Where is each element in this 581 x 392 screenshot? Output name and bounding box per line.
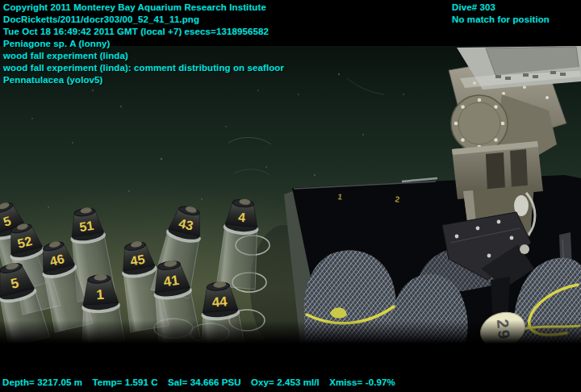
filepath-line: DocRicketts/2011/docr303/00_52_41_11.png: [3, 14, 284, 26]
transmissivity-readout: Xmiss= -0.97%: [329, 377, 395, 387]
oxygen-readout: Oxy= 2.453 ml/l: [251, 377, 320, 387]
scene-art: 1 2: [0, 46, 581, 344]
experiment-annotation: wood fall experiment (linda): [3, 50, 284, 62]
camera-scene: 1 2: [0, 46, 581, 344]
copyright-line: Copyright 2011 Monterey Bay Aquarium Res…: [3, 2, 284, 14]
salinity-readout: Sal= 34.666 PSU: [168, 377, 241, 387]
species-annotation: Peniagone sp. A (lonny): [3, 38, 284, 50]
push-core-label: 1: [96, 287, 105, 303]
annotation-overlay: Copyright 2011 Monterey Bay Aquarium Res…: [3, 2, 284, 86]
detector-annotation: Pennatulacea (yolov5): [3, 74, 284, 86]
bottom-fade: [0, 320, 581, 344]
push-core-label: 51: [78, 219, 94, 234]
push-core-label: 41: [163, 273, 180, 290]
depth-readout: Depth= 3217.05 m: [2, 377, 82, 387]
telemetry-bar: Depth= 3217.05 m Temp= 1.591 C Sal= 34.6…: [0, 344, 581, 392]
push-core-label: 45: [129, 252, 146, 269]
dive-info-overlay: Dive# 303 No match for position: [452, 2, 550, 26]
push-core-label: 4: [238, 211, 246, 225]
arm-joint-plate: [451, 95, 508, 152]
temperature-readout: Temp= 1.591 C: [92, 377, 157, 387]
push-core-label: 44: [211, 294, 228, 311]
timestamp-line: Tue Oct 18 16:49:42 2011 GMT (local +7) …: [3, 26, 284, 38]
telemetry-readouts: Depth= 3217.05 m Temp= 1.591 C Sal= 34.6…: [2, 377, 403, 389]
video-frame: 1 2: [0, 0, 581, 392]
position-status: No match for position: [452, 14, 550, 26]
dive-number: Dive# 303: [452, 2, 550, 14]
experiment-comment-annotation: wood fall experiment (linda): comment di…: [3, 62, 284, 74]
